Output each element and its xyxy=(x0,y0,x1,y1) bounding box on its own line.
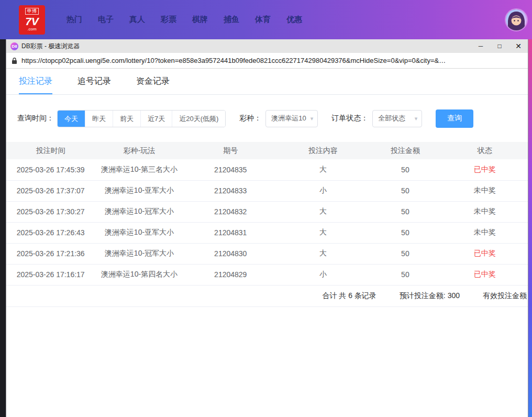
desktop-background-strip xyxy=(528,39,532,417)
nav-item-hot[interactable]: 热门 xyxy=(59,15,90,25)
bet-time-cell: 2025-03-26 17:16:17 xyxy=(6,264,95,285)
site-topbar: 申博 7V .com 热门 电子 真人 彩票 棋牌 捕鱼 体育 优惠 xyxy=(0,0,532,39)
issue-cell: 21204829 xyxy=(184,264,278,285)
issue-cell: 21204830 xyxy=(184,243,278,264)
time-option-20days[interactable]: 近20天(低频) xyxy=(172,111,225,127)
header-status: 状态 xyxy=(442,142,528,159)
table-row: 2025-03-26 17:16:17 澳洲幸运10-第四名大小 2120482… xyxy=(6,264,528,285)
header-bet-amount: 投注金额 xyxy=(369,142,441,159)
bet-time-cell: 2025-03-26 17:26:43 xyxy=(6,222,95,243)
summary-expected-amount: 预计投注金额: 300 xyxy=(400,291,460,301)
header-bet-content: 投注内容 xyxy=(278,142,369,159)
site-logo[interactable]: 申博 7V .com xyxy=(19,5,45,35)
table-row: 2025-03-26 17:37:07 澳洲幸运10-亚军大小 21204833… xyxy=(6,180,528,201)
game-play-cell: 澳洲幸运10-冠军大小 xyxy=(95,243,183,264)
status-cell: 未中奖 xyxy=(442,222,528,243)
header-issue: 期号 xyxy=(184,142,278,159)
window-title: DB彩票 - 极速浏览器 xyxy=(21,42,80,51)
lock-icon xyxy=(12,57,17,64)
bet-content-cell: 大 xyxy=(278,159,369,180)
nav-item-electronic[interactable]: 电子 xyxy=(90,15,121,25)
bet-amount-cell: 50 xyxy=(369,180,441,201)
bet-time-cell: 2025-03-26 17:45:39 xyxy=(6,159,95,180)
order-status-select[interactable]: 全部状态 ▾ xyxy=(372,110,422,127)
order-status-label: 订单状态： xyxy=(331,114,368,123)
bet-amount-cell: 50 xyxy=(369,222,441,243)
record-tabs: 投注记录 追号记录 资金记录 xyxy=(6,69,528,95)
status-cell: 未中奖 xyxy=(442,201,528,222)
bet-amount-cell: 50 xyxy=(369,264,441,285)
nav-item-live[interactable]: 真人 xyxy=(121,15,153,25)
table-header-row: 投注时间 彩种-玩法 期号 投注内容 投注金额 状态 xyxy=(6,142,528,159)
window-titlebar[interactable]: D8 DB彩票 - 极速浏览器 ─ □ ✕ xyxy=(6,39,528,53)
avatar-illustration xyxy=(506,9,527,30)
header-game-play: 彩种-玩法 xyxy=(95,142,183,159)
table-row: 2025-03-26 17:45:39 澳洲幸运10-第三名大小 2120483… xyxy=(6,159,528,180)
bet-amount-cell: 50 xyxy=(369,243,441,264)
issue-cell: 21204832 xyxy=(184,201,278,222)
tab-fund-records[interactable]: 资金记录 xyxy=(136,76,170,94)
tab-bet-records[interactable]: 投注记录 xyxy=(19,76,52,94)
time-option-7days[interactable]: 近7天 xyxy=(140,111,172,127)
header-bet-time: 投注时间 xyxy=(6,142,95,159)
order-status-value: 全部状态 xyxy=(378,114,405,123)
status-cell: 已中奖 xyxy=(442,159,528,180)
nav-item-fishing[interactable]: 捕鱼 xyxy=(216,15,247,25)
url-text: https://ctopcp02pcali.uengi5e.com/lotter… xyxy=(21,57,446,64)
close-button[interactable]: ✕ xyxy=(509,39,528,53)
nav-item-promo[interactable]: 优惠 xyxy=(279,15,310,25)
nav-item-lottery[interactable]: 彩票 xyxy=(153,15,184,25)
browser-window: D8 DB彩票 - 极速浏览器 ─ □ ✕ https://ctopcp02pc… xyxy=(6,39,528,417)
game-play-cell: 澳洲幸运10-第三名大小 xyxy=(95,159,183,180)
table-row: 2025-03-26 17:26:43 澳洲幸运10-亚军大小 21204831… xyxy=(6,222,528,243)
summary-row: 合计 共 6 条记录 预计投注金额: 300 有效投注金额 xyxy=(6,286,528,307)
main-nav: 热门 电子 真人 彩票 棋牌 捕鱼 体育 优惠 xyxy=(59,15,310,25)
logo-sub-text: .com xyxy=(27,27,36,31)
game-play-cell: 澳洲幸运10-亚军大小 xyxy=(95,180,183,201)
nav-item-chess[interactable]: 棋牌 xyxy=(184,15,216,25)
chevron-down-icon: ▾ xyxy=(311,115,314,122)
time-option-today[interactable]: 今天 xyxy=(58,111,85,127)
game-play-cell: 澳洲幸运10-亚军大小 xyxy=(95,222,183,243)
bet-amount-cell: 50 xyxy=(369,201,441,222)
maximize-button[interactable]: □ xyxy=(490,39,509,53)
filter-bar: 查询时间： 今天 昨天 前天 近7天 近20天(低频) 彩种： 澳洲幸运10 ▾… xyxy=(17,109,528,127)
chevron-down-icon: ▾ xyxy=(415,115,418,122)
lottery-select-value: 澳洲幸运10 xyxy=(271,114,306,123)
time-range-group: 今天 昨天 前天 近7天 近20天(低频) xyxy=(57,110,226,127)
lottery-select[interactable]: 澳洲幸运10 ▾ xyxy=(265,110,318,127)
summary-total: 合计 共 6 条记录 xyxy=(322,291,376,301)
address-bar[interactable]: https://ctopcp02pcali.uengi5e.com/lotter… xyxy=(6,53,528,69)
user-avatar[interactable] xyxy=(505,8,528,31)
app-icon: D8 xyxy=(10,42,18,50)
summary-valid-amount: 有效投注金额 xyxy=(483,291,527,301)
tab-chase-records[interactable]: 追号记录 xyxy=(77,76,111,94)
time-filter-label: 查询时间： xyxy=(17,114,54,123)
time-option-day-before[interactable]: 前天 xyxy=(113,111,140,127)
status-cell: 未中奖 xyxy=(442,180,528,201)
game-play-cell: 澳洲幸运10-第四名大小 xyxy=(95,264,183,285)
bet-content-cell: 大 xyxy=(278,243,369,264)
game-play-cell: 澳洲幸运10-冠军大小 xyxy=(95,201,183,222)
nav-item-sports[interactable]: 体育 xyxy=(247,15,279,25)
issue-cell: 21204831 xyxy=(184,222,278,243)
status-cell: 已中奖 xyxy=(442,243,528,264)
lottery-filter-label: 彩种： xyxy=(239,114,261,123)
bet-time-cell: 2025-03-26 17:21:36 xyxy=(6,243,95,264)
bet-content-cell: 小 xyxy=(278,180,369,201)
bet-content-cell: 小 xyxy=(278,264,369,285)
bet-time-cell: 2025-03-26 17:37:07 xyxy=(6,180,95,201)
search-button[interactable]: 查询 xyxy=(436,109,473,128)
time-option-yesterday[interactable]: 昨天 xyxy=(85,111,113,127)
issue-cell: 21204833 xyxy=(184,180,278,201)
status-cell: 已中奖 xyxy=(442,264,528,285)
logo-top-text: 申博 xyxy=(25,8,39,15)
window-controls: ─ □ ✕ xyxy=(471,39,528,53)
table-row: 2025-03-26 17:21:36 澳洲幸运10-冠军大小 21204830… xyxy=(6,243,528,264)
bet-amount-cell: 50 xyxy=(369,159,441,180)
logo-main-text: 7V xyxy=(25,16,39,27)
bet-content-cell: 大 xyxy=(278,201,369,222)
table-row: 2025-03-26 17:30:27 澳洲幸运10-冠军大小 21204832… xyxy=(6,201,528,222)
minimize-button[interactable]: ─ xyxy=(471,39,490,53)
bet-records-table: 投注时间 彩种-玩法 期号 投注内容 投注金额 状态 2025-03-26 17… xyxy=(6,142,528,286)
